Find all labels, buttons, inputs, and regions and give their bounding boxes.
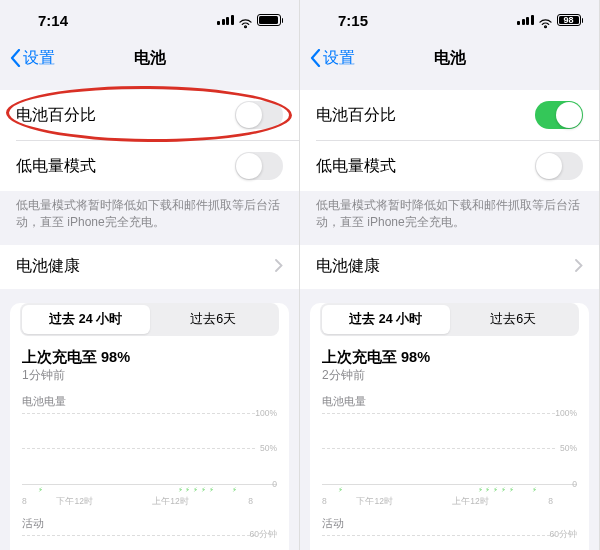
- chart-活动: 60分钟 30分钟 0: [322, 535, 577, 550]
- label-low-power: 低电量模式: [316, 156, 396, 177]
- segmented-control[interactable]: 过去 24 小时 过去6天: [320, 303, 579, 336]
- back-button[interactable]: 设置: [10, 48, 55, 69]
- row-low-power[interactable]: 低电量模式: [316, 140, 599, 191]
- row-battery-percentage[interactable]: 电池百分比: [300, 90, 599, 140]
- segmented-control[interactable]: 过去 24 小时 过去6天: [20, 303, 279, 336]
- back-button[interactable]: 设置: [310, 48, 355, 69]
- wifi-icon: [538, 15, 553, 26]
- label-battery-percentage: 电池百分比: [16, 105, 96, 126]
- seg-6d[interactable]: 过去6天: [450, 305, 578, 334]
- status-time: 7:14: [38, 12, 68, 29]
- nav-bar: 设置 电池: [300, 40, 599, 76]
- chart-电池电量: 100% 50% 0: [322, 413, 577, 485]
- toggle-battery-percentage[interactable]: [535, 101, 583, 129]
- row-battery-percentage[interactable]: 电池百分比: [0, 90, 299, 140]
- low-power-note: 低电量模式将暂时降低如下载和邮件抓取等后台活动，直至 iPhone完全充电。: [0, 191, 299, 231]
- seg-6d[interactable]: 过去6天: [150, 305, 278, 334]
- last-charge-subtitle: 2分钟前: [322, 367, 577, 384]
- toggle-battery-percentage[interactable]: [235, 101, 283, 129]
- label-battery-percentage: 电池百分比: [316, 105, 396, 126]
- low-power-note: 低电量模式将暂时降低如下载和邮件抓取等后台活动，直至 iPhone完全充电。: [300, 191, 599, 231]
- status-bar: 7:14: [0, 0, 299, 40]
- chevron-right-icon: [575, 258, 583, 276]
- chart-电池电量: 100% 50% 0: [22, 413, 277, 485]
- toggle-low-power[interactable]: [235, 152, 283, 180]
- toggle-low-power[interactable]: [535, 152, 583, 180]
- row-low-power[interactable]: 低电量模式: [16, 140, 299, 191]
- wifi-icon: [238, 15, 253, 26]
- chart-label-level: 电池电量: [322, 394, 577, 409]
- last-charge-title: 上次充电至 98%: [22, 348, 277, 367]
- status-bar: 7:15 98: [300, 0, 599, 40]
- usage-card: 过去 24 小时 过去6天 上次充电至 98% 1分钟前 电池电量 100% 5…: [10, 303, 289, 550]
- status-time: 7:15: [338, 12, 368, 29]
- chart-label-level: 电池电量: [22, 394, 277, 409]
- seg-24h[interactable]: 过去 24 小时: [322, 305, 450, 334]
- battery-icon: [257, 14, 284, 26]
- label-battery-health: 电池健康: [16, 256, 80, 277]
- chart-活动: 60分钟 30分钟 0: [22, 535, 277, 550]
- page-title: 电池: [434, 48, 466, 69]
- last-charge-subtitle: 1分钟前: [22, 367, 277, 384]
- last-charge-title: 上次充电至 98%: [322, 348, 577, 367]
- nav-bar: 设置 电池: [0, 40, 299, 76]
- row-battery-health[interactable]: 电池健康: [300, 245, 599, 289]
- label-low-power: 低电量模式: [16, 156, 96, 177]
- chart-label-activity: 活动: [322, 516, 577, 531]
- signal-icon: [517, 15, 534, 25]
- row-battery-health[interactable]: 电池健康: [0, 245, 299, 289]
- chevron-right-icon: [275, 258, 283, 276]
- seg-24h[interactable]: 过去 24 小时: [22, 305, 150, 334]
- label-battery-health: 电池健康: [316, 256, 380, 277]
- usage-card: 过去 24 小时 过去6天 上次充电至 98% 2分钟前 电池电量 100% 5…: [310, 303, 589, 550]
- signal-icon: [217, 15, 234, 25]
- page-title: 电池: [134, 48, 166, 69]
- chart-label-activity: 活动: [22, 516, 277, 531]
- battery-icon: 98: [557, 14, 584, 26]
